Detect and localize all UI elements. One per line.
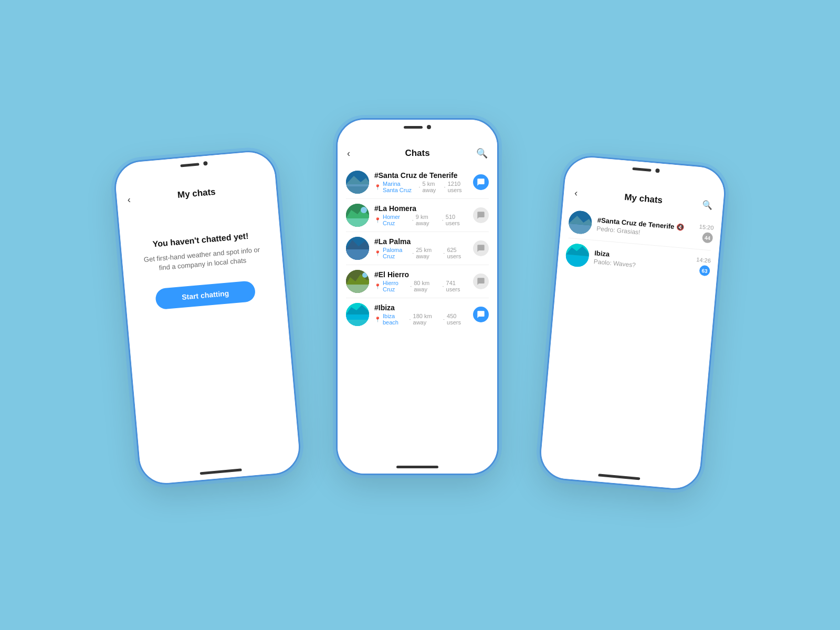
chat-meta-hierro: 📍 Hierro Cruz · 80 km away · 741 users [374,280,468,292]
right-search-icon[interactable]: 🔍 [701,199,713,210]
chat-name-tenerife: #Santa Cruz de Tenerife [374,171,468,180]
right-title: My chats [624,192,663,206]
svg-rect-3 [346,186,369,194]
center-header: ‹ Chats 🔍 [338,141,497,164]
empty-description: Get first-hand weather and spot info or … [138,245,267,275]
phone-center-home-bar [396,466,438,468]
my-chat-avatar-tenerife [568,210,593,235]
phone-center: ‹ Chats 🔍 #Santa C [336,118,499,475]
svg-rect-18 [346,320,369,326]
chat-item-palma[interactable]: #La Palma 📍 Paloma Cruz · 25 km away · 6… [338,232,497,265]
chat-distance-palma: 25 km away [416,247,441,259]
chat-users-ibiza: 450 users [447,313,468,326]
chat-info-ibiza: #Ibiza 📍 Ibiza beach · 180 km away · 450… [374,303,468,326]
chat-avatar-ibiza [346,303,369,326]
chat-users-palma: 625 users [447,247,468,259]
svg-point-14 [362,272,368,278]
my-chat-right-ibiza: 14:26 63 [695,256,711,276]
chat-meta-tenerife: 📍 Marina Santa Cruz · 5 km away · 1210 u… [374,181,468,193]
chat-avatar-palma [346,237,369,260]
pin-icon-palma: 📍 [374,250,381,256]
phones-container: ‹ My chats You haven't chatted yet! Get … [105,66,735,564]
chat-info-tenerife: #Santa Cruz de Tenerife 📍 Marina Santa C… [374,171,468,193]
chat-name-ibiza: #Ibiza [374,303,468,312]
chat-action-palma[interactable] [473,240,489,256]
chat-action-hierro[interactable] [473,274,489,289]
chat-info-homera: #La Homera 📍 Homer Cruz · 9 km away · 51… [374,204,468,226]
svg-rect-20 [568,224,591,235]
my-chat-avatar-ibiza [565,243,590,268]
empty-state: You haven't chatted yet! Get first-hand … [118,197,287,329]
pin-icon-ibiza: 📍 [374,317,381,322]
chat-distance-hierro: 80 km away [414,280,440,292]
chat-distance-tenerife: 5 km away [423,181,442,193]
center-back-button[interactable]: ‹ [347,148,350,159]
phone-center-screen: ‹ Chats 🔍 #Santa C [338,120,497,474]
chats-list: #Santa Cruz de Tenerife 📍 Marina Santa C… [338,164,497,333]
phone-right: ‹ My chats 🔍 #Sant [538,154,728,492]
chat-item-ibiza[interactable]: #Ibiza 📍 Ibiza beach · 180 km away · 450… [338,298,497,331]
center-search-icon[interactable]: 🔍 [476,148,488,159]
phone-right-screen: ‹ My chats 🔍 #Sant [539,155,726,490]
chat-meta-homera: 📍 Homer Cruz · 9 km away · 510 users [374,214,468,226]
chat-action-ibiza[interactable] [473,307,489,322]
chat-item-tenerife[interactable]: #Santa Cruz de Tenerife 📍 Marina Santa C… [338,166,497,198]
chat-info-palma: #La Palma 📍 Paloma Cruz · 25 km away · 6… [374,237,468,259]
start-chatting-button[interactable]: Start chatting [155,280,256,310]
chat-item-hierro[interactable]: #El Hierro 📍 Hierro Cruz · 80 km away · … [338,265,497,298]
my-chat-time-ibiza: 14:26 [696,256,711,264]
my-chats-list: #Santa Cruz de Tenerife 🔇 Pedro: Grasias… [557,203,722,286]
svg-rect-12 [346,285,369,293]
chat-distance-homera: 9 km away [416,214,440,226]
svg-point-7 [361,207,367,213]
chat-location-hierro: Hierro Cruz [383,280,408,292]
chat-distance-ibiza: 180 km away [413,313,442,326]
chat-avatar-hierro [346,270,369,293]
svg-rect-9 [346,249,369,260]
chat-item-homera[interactable]: #La Homera 📍 Homer Cruz · 9 km away · 51… [338,199,497,232]
chat-info-hierro: #El Hierro 📍 Hierro Cruz · 80 km away · … [374,270,468,292]
phone-center-notch [388,120,446,134]
chat-location-ibiza: Ibiza beach [383,313,407,326]
right-back-button[interactable]: ‹ [574,187,578,198]
svg-rect-5 [346,218,369,227]
chat-action-homera[interactable] [473,207,489,223]
phone-left: ‹ My chats You haven't chatted yet! Get … [112,149,303,487]
chat-meta-ibiza: 📍 Ibiza beach · 180 km away · 450 users [374,313,468,326]
pin-icon-tenerife: 📍 [374,184,381,190]
chat-location-palma: Paloma Cruz [383,247,410,259]
svg-rect-23 [565,254,589,268]
chat-users-homera: 510 users [446,214,468,226]
pin-icon-hierro: 📍 [374,284,381,289]
empty-title: You haven't chatted yet! [152,232,249,249]
mute-icon-tenerife: 🔇 [676,223,685,231]
pin-icon-homera: 📍 [374,217,381,223]
chat-name-palma: #La Palma [374,237,468,246]
my-chat-info-ibiza: Ibiza Paolo: Waves? [593,249,691,274]
chat-users-tenerife: 1210 users [448,181,468,193]
chat-location-tenerife: Marina Santa Cruz [383,181,417,193]
chat-action-tenerife[interactable] [473,174,489,190]
chat-name-hierro: #El Hierro [374,270,468,279]
my-chat-time-tenerife: 15:20 [699,223,713,230]
chat-users-hierro: 741 users [446,280,468,292]
my-chat-right-tenerife: 15:20 44 [698,223,714,243]
left-back-button[interactable]: ‹ [127,194,131,205]
my-chat-info-tenerife: #Santa Cruz de Tenerife 🔇 Pedro: Grasias… [596,216,694,240]
my-chat-badge-tenerife: 44 [702,232,713,244]
left-title: My chats [177,187,216,201]
chat-location-homera: Homer Cruz [383,214,410,226]
chat-avatar-homera [346,204,369,227]
center-title: Chats [405,148,429,159]
chat-meta-palma: 📍 Paloma Cruz · 25 km away · 625 users [374,247,468,259]
phone-left-screen: ‹ My chats You haven't chatted yet! Get … [114,150,301,485]
chat-avatar-tenerife [346,171,369,194]
chat-name-homera: #La Homera [374,204,468,213]
my-chat-badge-ibiza: 63 [699,265,710,277]
